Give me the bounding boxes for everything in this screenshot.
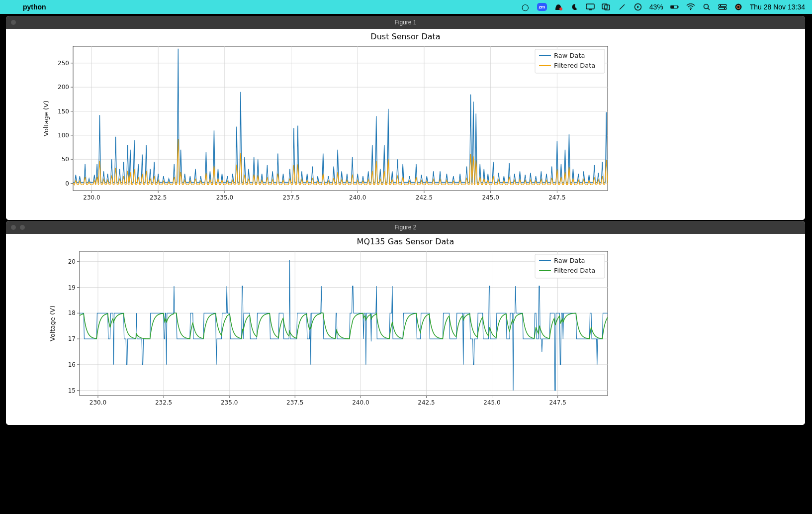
- control-toggle-icon[interactable]: [718, 2, 727, 11]
- svg-text:18: 18: [68, 309, 76, 316]
- window-controls: [11, 20, 16, 25]
- svg-text:237.5: 237.5: [282, 194, 299, 201]
- mac-menubar: python ◯ zm 43%: [0, 0, 812, 14]
- svg-text:247.5: 247.5: [549, 399, 566, 406]
- battery-percent: 43%: [649, 3, 663, 11]
- svg-text:237.5: 237.5: [286, 399, 303, 406]
- svg-text:232.5: 232.5: [150, 194, 167, 201]
- svg-text:20: 20: [68, 258, 76, 265]
- svg-text:245.0: 245.0: [482, 194, 499, 201]
- figure-2-titlebar[interactable]: Figure 2: [6, 221, 805, 234]
- search-icon[interactable]: [702, 2, 711, 11]
- battery-icon[interactable]: [670, 2, 679, 11]
- svg-rect-13: [719, 4, 726, 6]
- svg-text:Filtered Data: Filtered Data: [554, 267, 595, 274]
- minimize-icon[interactable]: [20, 225, 25, 230]
- mq135-chart: 230.0232.5235.0237.5240.0242.5245.0247.5…: [6, 246, 805, 423]
- menubar-app-name[interactable]: python: [23, 3, 46, 11]
- figure-1-plot-area: Dust Sensor Data 230.0232.5235.0237.5240…: [6, 29, 805, 220]
- circle-icon[interactable]: ◯: [521, 2, 530, 11]
- svg-text:240.0: 240.0: [352, 399, 369, 406]
- svg-text:16: 16: [68, 361, 76, 368]
- svg-text:150: 150: [58, 108, 69, 115]
- siri-icon[interactable]: [734, 2, 743, 11]
- svg-text:235.0: 235.0: [216, 194, 233, 201]
- chart-1-title: Dust Sensor Data: [6, 29, 805, 41]
- svg-point-17: [735, 4, 741, 10]
- svg-text:232.5: 232.5: [155, 399, 172, 406]
- svg-point-11: [704, 4, 708, 9]
- svg-rect-8: [671, 6, 674, 8]
- svg-rect-2: [589, 9, 592, 10]
- svg-text:15: 15: [68, 387, 76, 394]
- svg-text:Raw Data: Raw Data: [554, 257, 585, 264]
- svg-text:0: 0: [65, 180, 69, 187]
- menubar-status-area: ◯ zm 43%: [521, 2, 812, 11]
- figure-2-title: Figure 2: [394, 224, 416, 231]
- menubar-clock[interactable]: Thu 28 Nov 13:34: [750, 3, 805, 11]
- svg-text:245.0: 245.0: [483, 399, 500, 406]
- svg-rect-9: [678, 6, 678, 8]
- svg-text:235.0: 235.0: [221, 399, 238, 406]
- svg-text:100: 100: [58, 132, 69, 139]
- svg-text:Raw Data: Raw Data: [554, 52, 585, 59]
- figure-1-title: Figure 1: [394, 19, 416, 26]
- mm-icon[interactable]: [554, 2, 563, 11]
- svg-text:Filtered Data: Filtered Data: [554, 62, 595, 69]
- svg-text:230.0: 230.0: [83, 194, 100, 201]
- svg-rect-1: [586, 4, 594, 9]
- svg-line-12: [708, 8, 710, 10]
- chart-2-title: MQ135 Gas Sensor Data: [6, 234, 805, 246]
- svg-text:240.0: 240.0: [349, 194, 366, 201]
- figure-2-plot-area: MQ135 Gas Sensor Data 230.0232.5235.0237…: [6, 234, 805, 425]
- svg-text:247.5: 247.5: [548, 194, 565, 201]
- svg-text:242.5: 242.5: [418, 399, 435, 406]
- svg-text:Voltage (V): Voltage (V): [49, 306, 56, 341]
- svg-text:200: 200: [58, 84, 69, 91]
- svg-line-5: [620, 4, 625, 9]
- svg-text:50: 50: [62, 156, 69, 163]
- svg-point-0: [559, 7, 562, 10]
- display-icon[interactable]: [586, 2, 595, 11]
- desktop-stage: Figure 1 Dust Sensor Data 230.0232.5235.…: [0, 14, 812, 514]
- tool-icon[interactable]: [618, 2, 627, 11]
- figure-1-titlebar[interactable]: Figure 1: [6, 16, 805, 29]
- svg-rect-15: [719, 7, 726, 9]
- svg-rect-19: [73, 46, 608, 191]
- control-center-icon[interactable]: [602, 2, 611, 11]
- window-controls: [11, 225, 25, 230]
- svg-text:242.5: 242.5: [416, 194, 433, 201]
- moon-icon[interactable]: [570, 2, 579, 11]
- play-circle-icon[interactable]: [633, 2, 642, 11]
- svg-text:19: 19: [68, 284, 76, 291]
- svg-text:250: 250: [58, 60, 69, 67]
- figure-2-window: Figure 2 MQ135 Gas Sensor Data 230.0232.…: [6, 221, 805, 425]
- wifi-icon[interactable]: [686, 2, 695, 11]
- figure-1-window: Figure 1 Dust Sensor Data 230.0232.5235.…: [6, 16, 805, 220]
- svg-point-14: [720, 5, 721, 6]
- zoom-icon[interactable]: zm: [537, 3, 547, 11]
- svg-text:230.0: 230.0: [90, 399, 106, 406]
- svg-point-10: [690, 9, 691, 10]
- svg-text:Voltage (V): Voltage (V): [42, 101, 50, 136]
- close-icon[interactable]: [11, 20, 16, 25]
- close-icon[interactable]: [11, 225, 16, 230]
- svg-point-16: [724, 8, 725, 9]
- svg-rect-69: [80, 251, 608, 396]
- dust-sensor-chart: 230.0232.5235.0237.5240.0242.5245.0247.5…: [6, 41, 805, 218]
- svg-text:17: 17: [68, 335, 76, 342]
